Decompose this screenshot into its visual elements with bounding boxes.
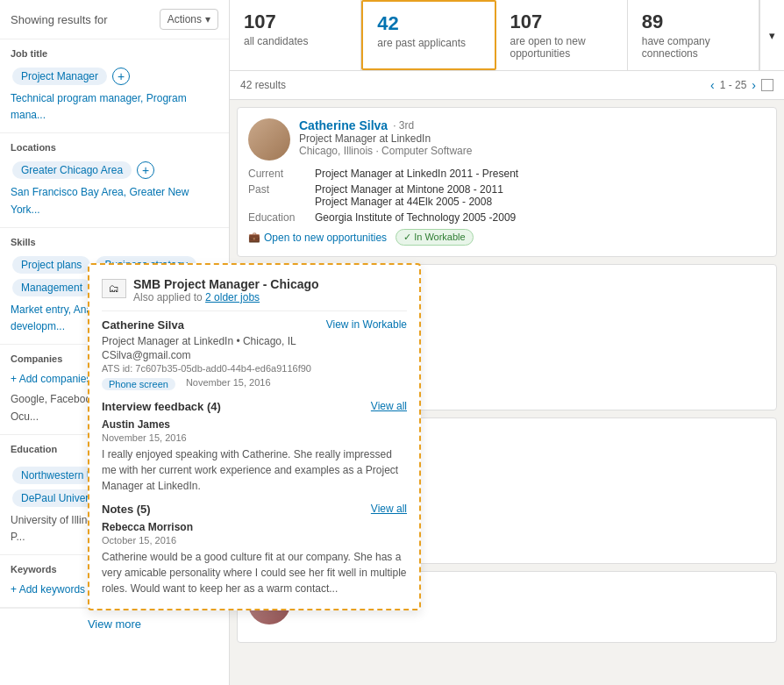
company-count: 89 [642, 11, 745, 33]
popup-person-header: Catherine Silva View in Workable [230, 318, 407, 332]
popup-notes-view-all[interactable]: View all [371, 503, 407, 516]
popup-badge-row: Phone screen November 15, 2016 [230, 377, 407, 391]
locations-section: Locations Greater Chicago Area + San Fra… [0, 133, 229, 227]
job-title-section: Job title Project Manager + Technical pr… [0, 39, 229, 133]
view-workable-link[interactable]: View in Workable [326, 318, 407, 331]
actions-label: Actions [167, 13, 202, 25]
catherine-badges: 💼 Open to new opportunities ✓ In Workabl… [248, 229, 766, 246]
current-value-catherine: Project Manager at LinkedIn 2011 - Prese… [315, 168, 766, 180]
past-value-catherine: Project Manager at Mintone 2008 - 2011 P… [315, 183, 766, 208]
popup-ats-id: ATS id: 7c607b35-05db-add0-44b4-ed6a9116… [230, 363, 407, 374]
candidate-degree-catherine: · 3rd [393, 119, 414, 132]
locations-label: Locations [11, 142, 218, 153]
past-row-catherine: Past Project Manager at Mintone 2008 - 2… [248, 183, 766, 208]
popup-stage-date: November 15, 2016 [230, 377, 271, 388]
add-location-button[interactable]: + [137, 161, 154, 179]
popup-notes-date: October 15, 2016 [230, 535, 407, 546]
tag-management[interactable]: Management [12, 279, 91, 296]
education-label: Education [11, 444, 57, 454]
prev-page-button[interactable]: ‹ [710, 78, 715, 92]
popup-job-title: SMB Project Manager - Chicago [230, 277, 319, 291]
education-label-catherine: Education [248, 211, 308, 224]
open-count: 107 [510, 11, 613, 33]
popup-review-text: I really enjoyed speaking with Catherine… [230, 446, 407, 494]
education-row-catherine: Education Georgia Institute of Technolog… [248, 211, 766, 224]
avatar-catherine [248, 118, 290, 161]
all-count: 107 [244, 11, 346, 33]
stat-all[interactable]: 107 all candidates [230, 0, 361, 70]
tag-chicago[interactable]: Greater Chicago Area [12, 161, 132, 179]
locations-tags: Greater Chicago Area + [11, 160, 218, 181]
past-count: 42 [377, 12, 480, 35]
skills-label: Skills [11, 237, 218, 247]
popup-job-info: SMB Project Manager - Chicago Also appli… [230, 277, 319, 303]
tag-project-manager[interactable]: Project Manager [12, 68, 107, 85]
sidebar-header: Showing results for Actions ▾ [0, 0, 229, 39]
results-bar: 42 results ‹ 1 - 25 › [230, 71, 784, 100]
popup-notes-author: Rebecca Morrison [230, 521, 407, 533]
candidate-card-catherine: Catherine Silva · 3rd Project Manager at… [237, 107, 777, 257]
current-label-catherine: Current [248, 168, 308, 180]
candidate-name-catherine[interactable]: Catherine Silva [299, 118, 388, 132]
open-badge-catherine: 💼 Open to new opportunities [248, 232, 387, 244]
popup-interview-header: Interview feedback (4) View all [230, 400, 407, 413]
briefcase-icon: 💼 [248, 232, 260, 243]
job-title-sub: Technical program manager, Program mana.… [11, 90, 218, 124]
results-count: 42 results [240, 79, 286, 91]
popup-card: 🗂 SMB Project Manager - Chicago Also app… [230, 263, 421, 610]
job-title-tags: Project Manager + [11, 66, 218, 87]
stat-open[interactable]: 107 are open to new opportunities [496, 0, 628, 70]
page-range: 1 - 25 [720, 79, 747, 91]
popup-job-row: 🗂 SMB Project Manager - Chicago Also app… [230, 277, 407, 311]
stats-bar: 107 all candidates 42 are past applicant… [230, 0, 784, 71]
company-label: have company connections [642, 35, 745, 60]
candidate-info-catherine: Catherine Silva · 3rd Project Manager at… [299, 118, 472, 161]
candidate-header-catherine: Catherine Silva · 3rd Project Manager at… [248, 118, 766, 161]
past-label-catherine: Past [248, 183, 308, 208]
popup-reviewer-name: Austin James [230, 418, 407, 431]
all-label: all candidates [244, 35, 346, 47]
pagination: ‹ 1 - 25 › [710, 78, 773, 92]
popup-job-sub: Also applied to 2 older jobs [230, 291, 319, 303]
next-page-button[interactable]: › [752, 78, 756, 92]
select-all-checkbox[interactable] [761, 79, 773, 91]
main-content: 107 all candidates 42 are past applicant… [230, 0, 784, 685]
showing-text: Showing results for [11, 13, 108, 26]
chevron-down-icon: ▾ [205, 13, 210, 25]
stat-past[interactable]: 42 are past applicants [361, 0, 495, 70]
stats-expand[interactable]: ▾ [759, 0, 784, 70]
popup-person-email: CSilva@gmail.com [230, 349, 407, 361]
actions-button[interactable]: Actions ▾ [160, 9, 218, 30]
stat-company[interactable]: 89 have company connections [628, 0, 759, 70]
view-more-button[interactable]: View more [0, 608, 229, 639]
job-title-label: Job title [11, 48, 218, 59]
tag-project-plans[interactable]: Project plans [12, 256, 90, 274]
workable-badge-catherine: ✓ In Workable [396, 229, 474, 246]
past-label: are past applicants [377, 37, 480, 49]
education-value-catherine: Georgia Institute of Technology 2005 -20… [315, 211, 766, 224]
current-row-catherine: Current Project Manager at LinkedIn 2011… [248, 168, 766, 180]
add-job-title-button[interactable]: + [112, 68, 130, 85]
open-label: are open to new opportunities [510, 35, 613, 60]
popup-notes-text: Catherine would be a good culture fit at… [230, 549, 407, 596]
candidate-location-catherine: Chicago, Illinois · Computer Software [299, 145, 472, 157]
locations-sub: San Francisco Bay Area, Greater New York… [11, 184, 218, 218]
popup-notes-header: Notes (5) View all [230, 503, 407, 516]
popup-interview-view-all[interactable]: View all [371, 400, 407, 413]
popup-person-title: Project Manager at LinkedIn • Chicago, I… [230, 335, 407, 347]
popup-reviewer-date: November 15, 2016 [230, 432, 407, 443]
candidate-title-catherine: Project Manager at LinkedIn [299, 132, 472, 145]
app-container: Showing results for Actions ▾ Job title … [0, 0, 784, 685]
popup-job-link[interactable]: 2 older jobs [230, 291, 260, 303]
